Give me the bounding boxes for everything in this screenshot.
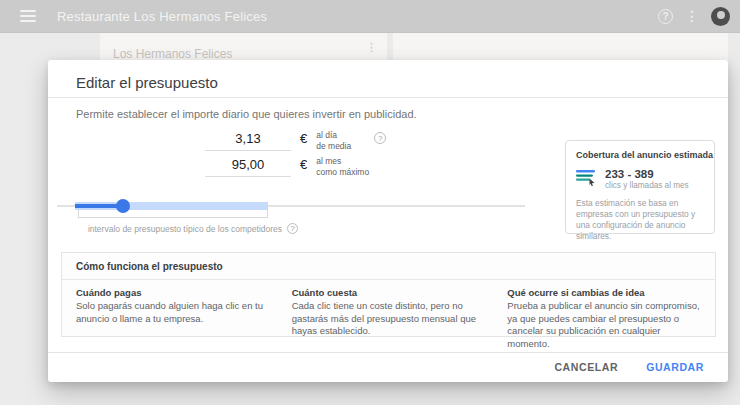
edit-budget-dialog: Editar el presupuesto Permite establecer… bbox=[48, 60, 728, 382]
cancel-button[interactable]: CANCELAR bbox=[544, 354, 628, 380]
how-col-cost: Cuánto cuesta Cada clic tiene un coste d… bbox=[292, 287, 486, 350]
dialog-title: Editar el presupuesto bbox=[76, 74, 218, 91]
background-card bbox=[393, 33, 728, 60]
monthly-budget-input[interactable] bbox=[205, 156, 291, 177]
daily-budget-help-icon[interactable]: ? bbox=[374, 132, 386, 144]
how-col-when-you-pay: Cuándo pagas Solo pagarás cuando alguien… bbox=[76, 287, 270, 350]
background-card-title: Los Hermanos Felices bbox=[113, 47, 232, 61]
euro-symbol: € bbox=[300, 131, 307, 146]
divider bbox=[48, 97, 728, 98]
monthly-unit-label: al mes como máximo bbox=[316, 156, 369, 177]
slider-caption: intervalo de presupuesto típico de los c… bbox=[75, 223, 311, 234]
euro-symbol: € bbox=[300, 157, 307, 172]
kebab-menu-icon[interactable]: ⋮ bbox=[685, 9, 699, 24]
help-icon[interactable]: ? bbox=[658, 9, 673, 24]
background-kebab-icon: ⋮ bbox=[366, 41, 377, 54]
background-card: Los Hermanos Felices ⋮ bbox=[100, 33, 387, 60]
coverage-range-label: clics y llamadas al mes bbox=[605, 181, 689, 190]
competitor-range-bracket bbox=[78, 210, 268, 218]
how-panel-title: Cómo funciona el presupuesto bbox=[62, 253, 715, 279]
hamburger-menu-icon[interactable] bbox=[20, 10, 36, 22]
daily-unit-label: al día de media bbox=[316, 130, 351, 151]
reach-icon bbox=[576, 169, 598, 186]
how-budget-works-panel: Cómo funciona el presupuesto Cuándo paga… bbox=[61, 252, 716, 337]
coverage-note: Esta estimación se basa en empresas con … bbox=[576, 198, 704, 242]
app-bar: Restaurante Los Hermanos Felices ? ⋮ bbox=[0, 0, 740, 33]
coverage-title: Cobertura del anuncio estimada bbox=[576, 150, 704, 160]
daily-budget-row: € al día de media ? bbox=[205, 130, 386, 151]
coverage-card: Cobertura del anuncio estimada 233 - 389… bbox=[565, 140, 715, 234]
daily-budget-input[interactable] bbox=[205, 130, 291, 151]
coverage-range: 233 - 389 bbox=[605, 168, 689, 180]
slider-help-icon[interactable]: ? bbox=[287, 223, 298, 234]
dialog-description: Permite establecer el importe diario que… bbox=[76, 108, 417, 120]
how-col-change-mind: Qué ocurre si cambias de idea Prueba a p… bbox=[507, 287, 701, 350]
monthly-budget-row: € al mes como máximo bbox=[205, 156, 369, 177]
save-button[interactable]: GUARDAR bbox=[636, 354, 714, 380]
avatar[interactable] bbox=[711, 7, 730, 26]
app-title: Restaurante Los Hermanos Felices bbox=[57, 9, 267, 24]
